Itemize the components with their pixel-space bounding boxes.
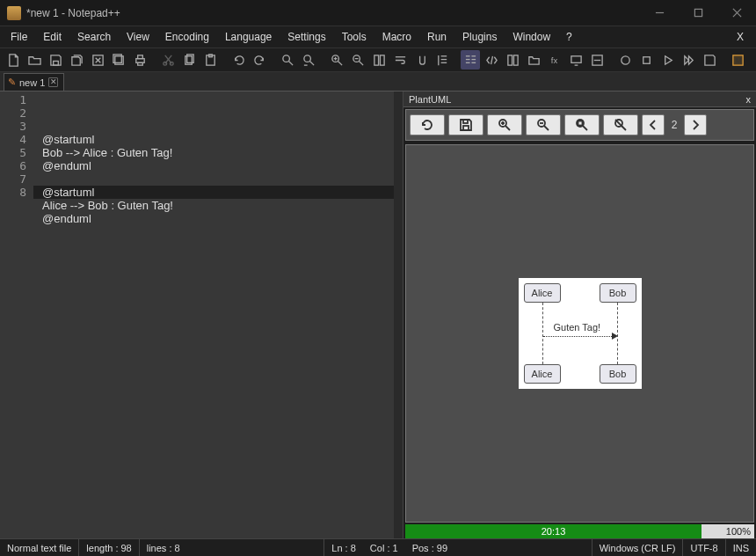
save-icon[interactable] <box>46 50 65 70</box>
toolbar: fx M <box>0 48 756 72</box>
function-list-icon[interactable]: fx <box>545 50 564 70</box>
minimize-button[interactable] <box>640 0 679 26</box>
actor-bob-top: Bob <box>600 283 636 303</box>
tab-close-icon[interactable]: ✕ <box>48 77 58 87</box>
svg-rect-34 <box>380 55 384 64</box>
plantuml-panel-close[interactable]: x <box>746 94 752 105</box>
plantuml-save-icon[interactable] <box>448 114 483 135</box>
play-icon[interactable] <box>658 50 677 70</box>
redo-icon[interactable] <box>250 50 269 70</box>
plantuml-statusbar: 20:13 100% <box>405 524 754 538</box>
copy-icon[interactable] <box>179 50 199 70</box>
plantuml-zoom-reset-icon[interactable] <box>603 114 638 135</box>
plantuml-prev-icon[interactable] <box>642 114 665 135</box>
indent-guide-icon[interactable] <box>433 50 452 70</box>
menubar-close-x[interactable]: X <box>737 31 752 43</box>
zoom-in-icon[interactable] <box>327 50 346 70</box>
svg-rect-47 <box>507 55 512 64</box>
svg-rect-11 <box>137 55 142 58</box>
doc-map-icon[interactable] <box>461 50 480 70</box>
code-icon[interactable] <box>482 50 501 70</box>
plantuml-panel-title: PlantUML <box>409 94 451 105</box>
svg-point-23 <box>303 55 310 62</box>
window-title: *new 1 - Notepad++ <box>26 7 640 19</box>
save-all-icon[interactable] <box>67 50 86 70</box>
status-col: Col : 1 <box>363 539 405 556</box>
svg-point-21 <box>282 55 289 62</box>
zoom-out-icon[interactable] <box>348 50 367 70</box>
record-icon[interactable] <box>615 50 635 70</box>
menu-?[interactable]: ? <box>559 29 579 45</box>
plantuml-preview[interactable]: Alice Bob Alice Bob Guten Tag! <box>405 144 754 523</box>
statusbar: Normal text file length : 98 lines : 8 L… <box>0 538 756 556</box>
line-gutter: 1 2 3 4 5 6 7 8 <box>0 91 33 538</box>
svg-line-22 <box>288 61 293 65</box>
show-all-chars-icon[interactable] <box>411 50 431 70</box>
stop-icon[interactable] <box>636 50 656 70</box>
close-file-icon[interactable] <box>88 50 107 70</box>
menu-encoding[interactable]: Encoding <box>158 29 216 45</box>
svg-line-68 <box>544 126 549 130</box>
status-length: length : 98 <box>79 539 139 556</box>
menu-edit[interactable]: Edit <box>36 29 69 45</box>
menu-search[interactable]: Search <box>70 29 118 45</box>
menu-view[interactable]: View <box>120 29 156 45</box>
status-pos: Pos : 99 <box>405 539 454 556</box>
cut-icon[interactable] <box>158 50 178 70</box>
svg-rect-33 <box>374 55 378 64</box>
folder-tree-icon[interactable] <box>524 50 543 70</box>
maximize-button[interactable] <box>679 0 717 26</box>
fast-forward-icon[interactable] <box>679 50 698 70</box>
monitor-icon[interactable] <box>566 50 585 70</box>
find-icon[interactable] <box>278 50 297 70</box>
message-label: Guten Tag! <box>554 322 601 333</box>
svg-text:M: M <box>735 56 741 65</box>
tab-strip: ✎ new 1 ✕ <box>0 72 756 91</box>
plantuml-toolbar: 2 <box>405 109 754 141</box>
editor-pane[interactable]: 1 2 3 4 5 6 7 8 @startuml Bob --> Alice … <box>0 91 394 538</box>
plantuml-percent: 100% <box>701 524 754 538</box>
svg-rect-62 <box>463 120 468 123</box>
sync-scroll-icon[interactable] <box>369 50 389 70</box>
svg-marker-56 <box>665 55 672 63</box>
undo-icon[interactable] <box>229 50 248 70</box>
close-button[interactable] <box>717 0 756 26</box>
tab-label: new 1 <box>19 77 45 88</box>
paste-icon[interactable] <box>200 50 220 70</box>
actor-alice-top: Alice <box>524 283 561 303</box>
menu-plugins[interactable]: Plugins <box>455 29 504 45</box>
hide-lines-icon[interactable] <box>587 50 607 70</box>
plantuml-zoom-out-icon[interactable] <box>526 114 561 135</box>
save-macro-icon[interactable] <box>700 50 719 70</box>
svg-rect-55 <box>643 56 650 63</box>
svg-rect-48 <box>513 55 518 64</box>
plantuml-zoom-in-icon[interactable] <box>487 114 522 135</box>
svg-line-46 <box>491 55 492 63</box>
print-icon[interactable] <box>130 50 149 70</box>
new-file-icon[interactable] <box>4 50 23 70</box>
plantuml-refresh-icon[interactable] <box>410 114 445 135</box>
wrap-icon[interactable] <box>390 50 410 70</box>
menu-run[interactable]: Run <box>420 29 454 45</box>
code-area[interactable]: @startuml Bob --> Alice : Guten Tag! @en… <box>33 91 394 538</box>
menu-window[interactable]: Window <box>505 29 557 45</box>
menu-file[interactable]: File <box>4 29 34 45</box>
menu-settings[interactable]: Settings <box>280 29 332 45</box>
status-encoding: UTF-8 <box>683 539 725 556</box>
svg-line-27 <box>338 61 342 65</box>
plantuml-next-icon[interactable] <box>684 114 707 135</box>
tab-new1[interactable]: ✎ new 1 ✕ <box>4 73 64 91</box>
menu-language[interactable]: Language <box>218 29 279 45</box>
plantuml-zoom-fit-icon[interactable] <box>564 114 600 135</box>
svg-rect-12 <box>137 62 142 65</box>
editor-scrollbar[interactable] <box>394 91 403 538</box>
m-button-icon[interactable]: M <box>728 50 747 70</box>
open-file-icon[interactable] <box>25 50 44 70</box>
close-all-icon[interactable] <box>109 50 128 70</box>
replace-icon[interactable] <box>299 50 318 70</box>
svg-text:fx: fx <box>550 56 557 65</box>
menu-tools[interactable]: Tools <box>335 29 374 45</box>
menu-macro[interactable]: Macro <box>375 29 418 45</box>
doc-list-icon[interactable] <box>503 50 522 70</box>
plantuml-diagram: Alice Bob Alice Bob Guten Tag! <box>519 278 642 389</box>
